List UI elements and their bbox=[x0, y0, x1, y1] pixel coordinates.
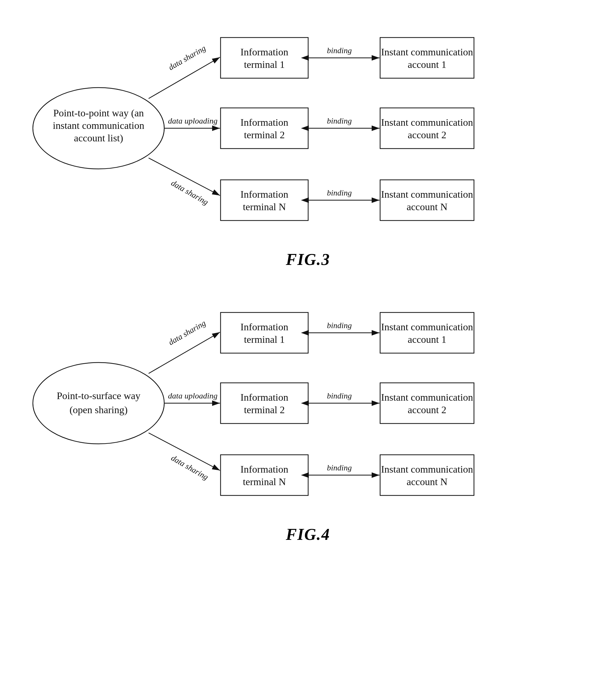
fig3-account2-text1: Instant communication bbox=[381, 117, 473, 128]
fig3-label-data-uploading: data uploading bbox=[168, 116, 218, 125]
fig4-account2-text2: account 2 bbox=[408, 404, 446, 415]
fig4-center-text2: (open sharing) bbox=[70, 404, 128, 415]
fig3-svg: Point-to-point way (an instant communica… bbox=[27, 19, 590, 238]
fig3-account1-box bbox=[380, 38, 474, 78]
fig4-label-binding1: binding bbox=[327, 321, 352, 330]
fig3-accountN-text2: account N bbox=[406, 201, 447, 212]
fig3-label-binding2: binding bbox=[327, 116, 352, 125]
fig4-terminalN-box bbox=[221, 455, 308, 496]
fig3-terminalN-box bbox=[221, 180, 308, 221]
fig3-terminal1-text1: Information bbox=[240, 46, 288, 58]
fig3-accountN-text1: Instant communication bbox=[381, 189, 473, 200]
fig3-label-data-sharing-bottom: data sharing bbox=[170, 178, 210, 207]
fig3-account2-text2: account 2 bbox=[408, 129, 446, 140]
fig3-terminal2-text2: terminal 2 bbox=[244, 129, 285, 140]
fig3-account1-text2: account 1 bbox=[408, 59, 446, 70]
fig3-terminalN-text1: Information bbox=[240, 189, 288, 200]
fig4-terminal2-box bbox=[221, 383, 308, 424]
fig3-label-bindingN: binding bbox=[327, 188, 352, 197]
fig4-terminal2-text2: terminal 2 bbox=[244, 404, 285, 415]
fig4-center-text1: Point-to-surface way bbox=[57, 390, 140, 401]
fig3-terminalN-text2: terminal N bbox=[243, 201, 286, 212]
fig4-account1-text1: Instant communication bbox=[381, 321, 473, 333]
fig4-terminalN-text2: terminal N bbox=[243, 476, 286, 487]
fig3-center-text3: account list) bbox=[74, 132, 123, 143]
fig3-center-text1: Point-to-point way (an bbox=[53, 107, 144, 118]
fig3-terminal2-box bbox=[221, 108, 308, 149]
fig4-terminal1-text2: terminal 1 bbox=[244, 334, 285, 345]
fig3-accountN-box bbox=[380, 180, 474, 221]
fig4-svg: Point-to-surface way (open sharing) Info… bbox=[27, 294, 590, 513]
fig4-account1-text2: account 1 bbox=[408, 334, 446, 345]
fig3-account1-text1: Instant communication bbox=[381, 46, 473, 58]
fig3-terminal2-text1: Information bbox=[240, 117, 288, 128]
fig4-account2-text1: Instant communication bbox=[381, 391, 473, 403]
fig4-account1-box bbox=[380, 312, 474, 353]
fig4-label-data-sharing-bottom: data sharing bbox=[170, 453, 210, 482]
fig3-terminal1-text2: terminal 1 bbox=[244, 59, 285, 70]
fig4-account2-box bbox=[380, 383, 474, 424]
fig4-diagram: Point-to-surface way (open sharing) Info… bbox=[25, 294, 591, 543]
fig4-center-ellipse bbox=[33, 363, 164, 444]
fig3-label-binding1: binding bbox=[327, 46, 352, 55]
fig4-terminal2-text1: Information bbox=[240, 391, 288, 403]
fig3-label: FIG.3 bbox=[25, 250, 591, 269]
fig4-accountN-text1: Instant communication bbox=[381, 464, 473, 475]
fig4-accountN-box bbox=[380, 455, 474, 496]
fig4-label-binding2: binding bbox=[327, 391, 352, 400]
fig4-label-bindingN: binding bbox=[327, 463, 352, 472]
fig3-diagram: Point-to-point way (an instant communica… bbox=[25, 19, 591, 269]
fig3-account2-box bbox=[380, 108, 474, 149]
fig4-terminal1-text1: Information bbox=[240, 321, 288, 333]
fig4-terminal1-box bbox=[221, 312, 308, 353]
fig4-terminalN-text1: Information bbox=[240, 464, 288, 475]
fig4-label-data-uploading: data uploading bbox=[168, 391, 218, 400]
fig4-accountN-text2: account N bbox=[406, 476, 447, 487]
page-container: Point-to-point way (an instant communica… bbox=[0, 0, 616, 587]
fig3-terminal1-box bbox=[221, 38, 308, 78]
fig4-label: FIG.4 bbox=[25, 525, 591, 543]
fig3-center-text2: instant communication bbox=[52, 120, 144, 131]
